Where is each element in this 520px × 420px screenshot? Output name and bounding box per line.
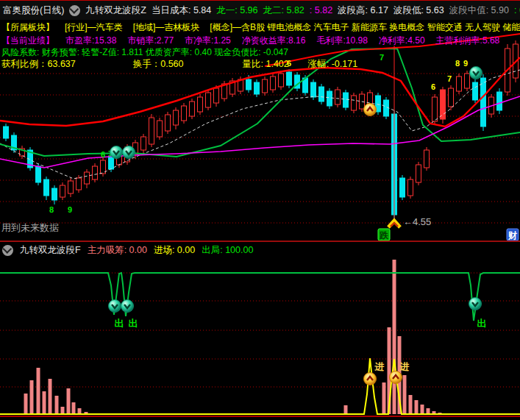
volume-bar bbox=[37, 368, 40, 414]
candle bbox=[76, 178, 82, 190]
sector-prefix: 【所属板块】 bbox=[1, 23, 54, 32]
count-number: 9 bbox=[68, 205, 72, 214]
candle bbox=[198, 97, 203, 112]
candle bbox=[408, 179, 413, 196]
candle bbox=[165, 115, 171, 131]
volume-bar bbox=[382, 382, 386, 414]
subchart-title: 九转双龙波段F bbox=[20, 244, 81, 257]
sell-signal-marker bbox=[121, 300, 134, 313]
exit-label: 出 bbox=[115, 318, 124, 329]
candle bbox=[52, 188, 57, 200]
performance-prefix: 【当前业绩】 bbox=[1, 36, 54, 45]
candle bbox=[174, 110, 179, 125]
candle bbox=[182, 106, 187, 121]
volume-ratio: 量比: 1.402 bbox=[243, 60, 289, 69]
candle bbox=[384, 100, 389, 116]
candle bbox=[254, 82, 260, 94]
buy-signal-marker bbox=[364, 373, 377, 385]
fall-badge-label: 跌 bbox=[379, 230, 389, 241]
sell-signal-marker bbox=[109, 300, 121, 313]
chevron-down-icon[interactable] bbox=[69, 5, 80, 16]
candle bbox=[449, 88, 454, 107]
volume-bar bbox=[43, 391, 46, 414]
enter-value: 进场: 0.00 bbox=[154, 244, 195, 257]
future-data-note: 用到未来数据 bbox=[1, 221, 59, 235]
exit-label: 出 bbox=[477, 318, 487, 329]
volume-bar bbox=[24, 394, 28, 414]
title-bar: 富奥股份(日线) 九转双龙波段Z 当日成本: 5.84 龙一: 5.96 龙二:… bbox=[0, 0, 520, 20]
sector-region[interactable]: [地域]—吉林板块 bbox=[133, 23, 200, 32]
candle bbox=[85, 172, 90, 184]
buy-signal-marker bbox=[390, 371, 402, 384]
risk-text: 风险系数: 财务预警: 轻警-Z值: 1.811 优质资产率: 0.40 现金负… bbox=[1, 48, 288, 57]
pe-ratio: 市盈率:15.38 bbox=[65, 36, 116, 45]
net-margin: 净利率:4.50 bbox=[379, 36, 425, 45]
candle bbox=[319, 87, 324, 102]
candle bbox=[311, 82, 316, 97]
band-mid-value: 波段中值: 5.90 bbox=[449, 6, 509, 15]
candle bbox=[287, 72, 292, 85]
volume-bar bbox=[421, 405, 424, 414]
candle bbox=[416, 165, 421, 182]
candle bbox=[190, 102, 195, 116]
volume-bar bbox=[409, 395, 413, 414]
gross-margin: 毛利率:10.98 bbox=[316, 36, 367, 45]
volume-bar bbox=[344, 405, 348, 414]
candle bbox=[400, 178, 405, 197]
sector-concepts[interactable]: [概念]—含B股 锂电池概念 汽车电子 新能源车 换电概念 智能交通 无人驾驶 … bbox=[210, 23, 520, 32]
profit-ratio: 获利比例：63.637 bbox=[1, 60, 76, 69]
candle bbox=[246, 79, 252, 90]
indicator-title: 九转双龙波段Z bbox=[85, 6, 146, 15]
volume-bar bbox=[61, 407, 65, 414]
candle bbox=[432, 97, 438, 121]
candle bbox=[157, 121, 163, 137]
wealth-badge-label: 财 bbox=[507, 230, 517, 241]
sell-signal-marker bbox=[123, 146, 135, 159]
low-price-label: ←4.55 bbox=[403, 216, 431, 227]
candle bbox=[327, 91, 332, 106]
sell-signal-marker bbox=[110, 146, 123, 159]
candle bbox=[149, 118, 154, 144]
stock-title: 富奥股份(日线) bbox=[3, 6, 64, 15]
candle bbox=[93, 166, 98, 179]
buy-signal-marker bbox=[364, 104, 377, 116]
volume-bar bbox=[30, 380, 34, 414]
volume-bar bbox=[55, 396, 59, 414]
candle bbox=[68, 181, 74, 193]
candle bbox=[214, 88, 219, 103]
count-number: 8 bbox=[49, 205, 54, 214]
candle bbox=[424, 150, 430, 168]
volume-bar bbox=[67, 388, 71, 414]
sector-row: 【所属板块】 [行业]—汽车类 [地域]—吉林板块 [概念]—含B股 锂电池概念… bbox=[0, 21, 520, 33]
change-percent: 涨幅: -0.171 bbox=[308, 60, 357, 69]
candle bbox=[60, 185, 65, 197]
band-high-value: 波段高: 6.17 bbox=[338, 6, 388, 15]
volume-bar bbox=[415, 400, 419, 414]
candle bbox=[473, 82, 478, 100]
volume-bar bbox=[403, 375, 407, 414]
risk-row: 风险系数: 财务预警: 轻警-Z值: 1.811 优质资产率: 0.40 现金负… bbox=[0, 46, 520, 58]
candle bbox=[481, 78, 486, 127]
candle bbox=[44, 179, 49, 196]
subchart-header: 九转双龙波段F 主力吸筹: 0.00 进场: 0.00 出局: 100.00 bbox=[0, 243, 520, 258]
candle bbox=[465, 74, 470, 88]
roe-value: 净资收益率:8.16 bbox=[242, 36, 306, 45]
chevron-down-icon[interactable] bbox=[2, 245, 13, 256]
absorb-value: 主力吸筹: 0.00 bbox=[88, 244, 147, 257]
pb-ratio: 市净率:1.25 bbox=[185, 36, 231, 45]
candle bbox=[343, 93, 349, 107]
long2-alt-value: : 5.82 bbox=[310, 6, 332, 15]
sell-signal-marker bbox=[469, 298, 482, 310]
sector-industry[interactable]: [行业]—汽车类 bbox=[65, 23, 123, 32]
candle bbox=[352, 96, 357, 110]
long2-value: 龙二: 5.82 bbox=[263, 6, 304, 15]
candle bbox=[457, 76, 462, 91]
volume-bar bbox=[393, 260, 396, 414]
candle bbox=[36, 166, 41, 182]
main-profit-margin: 主营利润率:5.68 bbox=[436, 36, 500, 45]
app-window: 8967766789←4.55跌财出出出进进 富奥股份(日线) 九转双龙波段Z … bbox=[0, 0, 520, 420]
daily-cost-value: 当日成本: 5.84 bbox=[152, 6, 211, 15]
band-low-value: 波段低: 5.63 bbox=[393, 6, 444, 15]
performance-row: 【当前业绩】 市盈率:15.38 市销率:2.77 市净率:1.25 净资收益率… bbox=[0, 35, 520, 46]
volume-bar bbox=[72, 402, 76, 414]
